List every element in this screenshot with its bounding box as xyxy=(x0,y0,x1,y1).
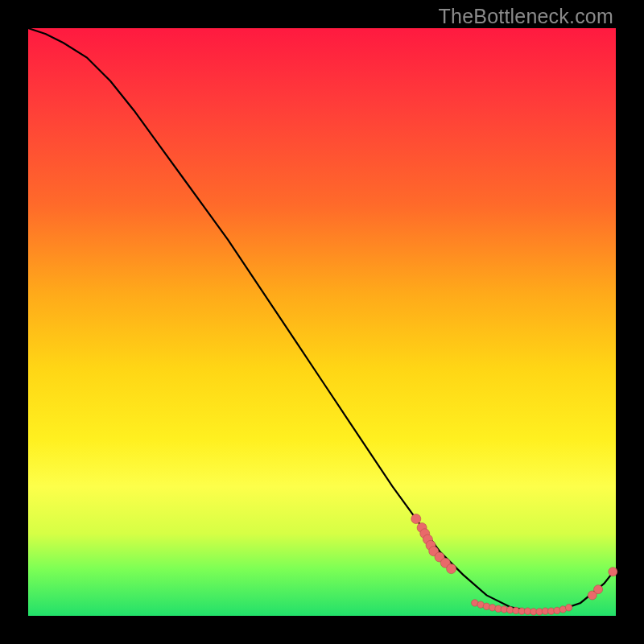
data-point-marker xyxy=(609,568,617,576)
data-point-marker xyxy=(489,605,496,611)
watermark-text: TheBottleneck.com xyxy=(439,5,613,28)
data-markers xyxy=(411,514,617,616)
data-point-marker xyxy=(565,605,572,611)
data-point-marker xyxy=(411,514,421,524)
stage: TheBottleneck.com xyxy=(0,0,644,644)
data-point-marker xyxy=(594,585,603,594)
bottleneck-curve xyxy=(28,28,616,612)
data-point-marker xyxy=(554,607,560,613)
data-point-marker xyxy=(447,564,456,574)
chart-overlay xyxy=(28,28,616,616)
data-point-marker xyxy=(483,603,489,609)
